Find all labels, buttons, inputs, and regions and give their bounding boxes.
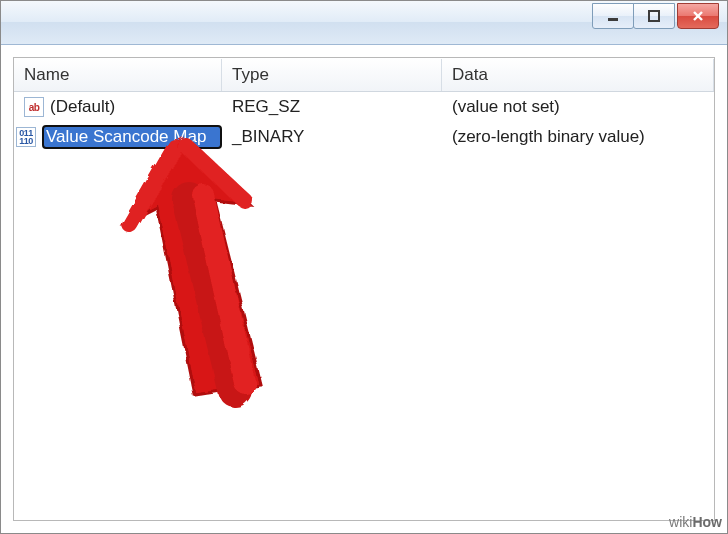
column-header-name[interactable]: Name — [14, 59, 222, 91]
close-button[interactable] — [677, 3, 719, 29]
binary-value-icon: 011110 — [16, 127, 36, 147]
value-rename-input[interactable] — [42, 125, 222, 149]
watermark-suffix: How — [692, 514, 722, 530]
table-row[interactable]: ab (Default) REG_SZ (value not set) — [14, 92, 714, 122]
window-controls — [593, 3, 719, 29]
svg-rect-1 — [649, 11, 659, 21]
cell-name: 011110 — [14, 125, 222, 149]
close-icon — [691, 9, 705, 23]
cell-data: (zero-length binary value) — [442, 127, 714, 147]
watermark-prefix: wiki — [669, 514, 692, 530]
value-name: (Default) — [50, 97, 115, 117]
list-body[interactable]: ab (Default) REG_SZ (value not set) 0111… — [14, 92, 714, 520]
cell-type: REG_SZ — [222, 97, 442, 117]
list-header: Name Type Data — [14, 58, 714, 92]
minimize-icon — [606, 9, 620, 23]
table-row[interactable]: 011110 _BINARY (zero-length binary value… — [14, 122, 714, 152]
string-value-icon: ab — [24, 97, 44, 117]
svg-rect-0 — [608, 18, 618, 21]
maximize-icon — [647, 9, 661, 23]
registry-editor-window: Name Type Data ab (Default) REG_SZ (valu… — [0, 0, 728, 534]
registry-value-list: Name Type Data ab (Default) REG_SZ (valu… — [13, 57, 715, 521]
cell-type: _BINARY — [222, 127, 442, 147]
column-header-data[interactable]: Data — [442, 59, 714, 91]
cell-data: (value not set) — [442, 97, 714, 117]
column-header-type[interactable]: Type — [222, 59, 442, 91]
client-area: Name Type Data ab (Default) REG_SZ (valu… — [1, 45, 727, 533]
minimize-button[interactable] — [592, 3, 634, 29]
maximize-button[interactable] — [633, 3, 675, 29]
watermark: wikiHow — [669, 514, 722, 530]
titlebar — [1, 1, 727, 45]
cell-name: ab (Default) — [14, 97, 222, 117]
